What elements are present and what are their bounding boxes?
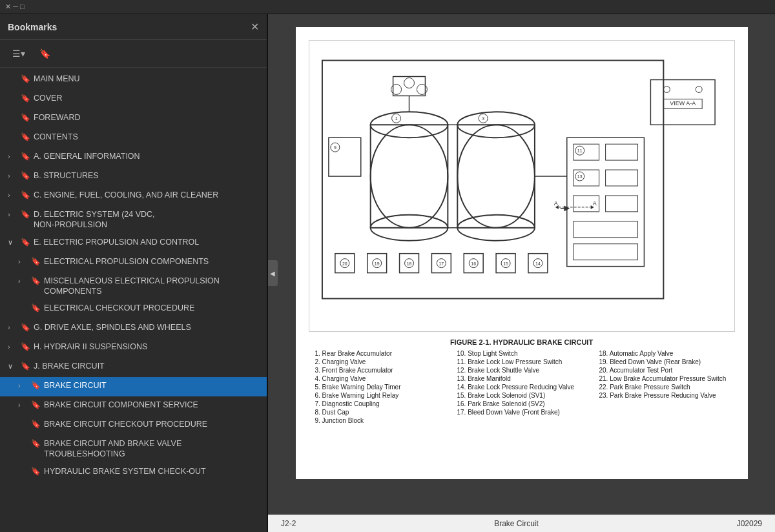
expand-icon: › bbox=[8, 210, 17, 218]
legend-item: 7. Diagnostic Coupling bbox=[315, 400, 444, 407]
collapse-sidebar-button[interactable]: ◀ bbox=[268, 260, 278, 286]
sidebar-item-label: ELECTRICAL CHECKOUT PROCEDURE bbox=[44, 303, 262, 313]
legend-col-2: 10. Stop Light Switch 11. Brake Lock Low… bbox=[457, 350, 586, 425]
svg-text:A: A bbox=[553, 200, 557, 207]
top-bar: ✕ ─ □ bbox=[0, 0, 775, 14]
svg-text:18: 18 bbox=[406, 261, 411, 266]
sidebar-item-brake-component-service[interactable]: › 🔖 BRAKE CIRCUIT COMPONENT SERVICE bbox=[0, 396, 267, 416]
legend-item: 15. Brake Lock Solenoid (SV1) bbox=[457, 392, 586, 399]
sidebar-item-main-menu[interactable]: 🔖 MAIN MENU bbox=[0, 70, 267, 90]
sidebar-item-drive-axle[interactable]: › 🔖 G. DRIVE AXLE, SPINDLES AND WHEELS bbox=[0, 319, 267, 338]
sidebar-item-label: BRAKE CIRCUIT AND BRAKE VALVETROUBLESHOO… bbox=[44, 438, 262, 460]
doc-viewer[interactable]: VIEW A-A bbox=[268, 14, 775, 515]
sidebar-item-label: MISCELLANEOUS ELECTRICAL PROPULSIONCOMPO… bbox=[44, 276, 262, 297]
svg-text:13: 13 bbox=[577, 174, 582, 179]
bookmark-icon: 🔖 bbox=[31, 276, 40, 285]
bookmark-icon: 🔖 bbox=[31, 257, 40, 266]
collapse-icon: ∨ bbox=[8, 238, 17, 247]
legend-item: 22. Park Brake Pressure Switch bbox=[599, 384, 728, 391]
svg-text:20: 20 bbox=[342, 261, 347, 266]
expand-icon: › bbox=[8, 343, 17, 351]
legend-item: 20. Accumulator Test Port bbox=[599, 367, 728, 374]
legend-item: 19. Bleed Down Valve (Rear Brake) bbox=[599, 358, 728, 365]
expand-icon: › bbox=[8, 172, 17, 179]
bookmark-icon: 🔖 bbox=[21, 132, 30, 141]
svg-text:1: 1 bbox=[395, 116, 397, 121]
bookmark-icon: 🔖 bbox=[21, 171, 30, 180]
sidebar-toolbar: ☰▾ 🔖 bbox=[0, 40, 267, 68]
content-area: ◀ bbox=[268, 14, 775, 532]
sidebar-item-hydrair[interactable]: › 🔖 H. HYDRAIR II SUSPENSIONS bbox=[0, 338, 267, 358]
sidebar-close-button[interactable]: ✕ bbox=[251, 21, 259, 33]
sidebar-item-engine[interactable]: › 🔖 C. ENGINE, FUEL, COOLING, AND AIR CL… bbox=[0, 187, 267, 206]
legend-item: 21. Low Brake Accumulator Pressure Switc… bbox=[599, 375, 728, 382]
sidebar-item-label: C. ENGINE, FUEL, COOLING, AND AIR CLEANE… bbox=[34, 190, 262, 200]
legend-item: 23. Park Brake Pressure Reducing Valve bbox=[599, 392, 728, 399]
legend-item: 5. Brake Warning Delay Timer bbox=[315, 384, 444, 391]
sidebar-item-label: FOREWARD bbox=[34, 112, 262, 123]
svg-text:16: 16 bbox=[471, 261, 476, 266]
svg-text:VIEW A-A: VIEW A-A bbox=[670, 100, 696, 107]
expand-icon: › bbox=[18, 401, 27, 409]
sidebar-list: 🔖 MAIN MENU 🔖 COVER 🔖 FOREWARD 🔖 CONTENT… bbox=[0, 68, 267, 532]
bookmark-icon: 🔖 bbox=[31, 420, 40, 429]
sidebar-item-hydraulic-checkout[interactable]: 🔖 HYDRAULIC BRAKE SYSTEM CHECK-OUT bbox=[0, 463, 267, 482]
expand-icon: › bbox=[18, 382, 27, 389]
sidebar-item-label: BRAKE CIRCUIT COMPONENT SERVICE bbox=[44, 400, 262, 410]
sidebar-item-foreward[interactable]: 🔖 FOREWARD bbox=[0, 109, 267, 128]
toolbar-bookmark-button[interactable]: 🔖 bbox=[35, 45, 55, 62]
sidebar-item-label: A. GENERAL INFORMATION bbox=[34, 151, 262, 161]
sidebar-item-brake-circuit-section[interactable]: ∨ 🔖 J. BRAKE CIRCUIT bbox=[0, 358, 267, 377]
sidebar-item-electric-system[interactable]: › 🔖 D. ELECTRIC SYSTEM (24 VDC,NON-PROPU… bbox=[0, 206, 267, 234]
sidebar-item-label: J. BRAKE CIRCUIT bbox=[34, 361, 262, 371]
sidebar-item-elec-checkout[interactable]: 🔖 ELECTRICAL CHECKOUT PROCEDURE bbox=[0, 300, 267, 319]
svg-rect-0 bbox=[309, 41, 734, 331]
sidebar-item-structures[interactable]: › 🔖 B. STRUCTURES bbox=[0, 167, 267, 187]
sidebar-item-label: B. STRUCTURES bbox=[34, 170, 262, 181]
legend-item: 9. Junction Block bbox=[315, 417, 444, 424]
sidebar-item-contents[interactable]: 🔖 CONTENTS bbox=[0, 128, 267, 148]
hydraulic-diagram: VIEW A-A bbox=[309, 41, 734, 331]
bookmark-icon: 🔖 bbox=[21, 342, 30, 351]
svg-text:9: 9 bbox=[333, 145, 336, 150]
legend-item: 8. Dust Cap bbox=[315, 409, 444, 416]
expand-icon: › bbox=[8, 152, 17, 160]
legend-item: 1. Rear Brake Accumulator bbox=[315, 350, 444, 357]
legend-col-1: 1. Rear Brake Accumulator 2. Charging Va… bbox=[315, 350, 444, 425]
sidebar-item-brake-circuit[interactable]: › 🔖 BRAKE CIRCUIT bbox=[0, 377, 267, 396]
doc-footer: J2-2 Brake Circuit J02029 bbox=[268, 515, 775, 532]
sidebar-item-brake-troubleshooting[interactable]: 🔖 BRAKE CIRCUIT AND BRAKE VALVETROUBLESH… bbox=[0, 435, 267, 463]
sidebar-item-label: BRAKE CIRCUIT bbox=[44, 380, 262, 391]
bookmark-icon: 🔖 bbox=[21, 238, 30, 247]
svg-text:3: 3 bbox=[482, 116, 484, 121]
sidebar-item-cover[interactable]: 🔖 COVER bbox=[0, 90, 267, 109]
expand-icon: › bbox=[18, 277, 27, 285]
bookmark-icon: 🔖 bbox=[31, 381, 40, 390]
bookmark-icon: 🔖 bbox=[31, 400, 40, 409]
legend-item: 18. Automatic Apply Valve bbox=[599, 350, 728, 357]
menu-icon: ☰▾ bbox=[12, 48, 25, 59]
sidebar-header: Bookmarks ✕ bbox=[0, 14, 267, 40]
sidebar-item-general-info[interactable]: › 🔖 A. GENERAL INFORMATION bbox=[0, 148, 267, 167]
sidebar-item-label: D. ELECTRIC SYSTEM (24 VDC,NON-PROPULSIO… bbox=[34, 209, 262, 230]
bookmark-icon: 🔖 bbox=[21, 362, 30, 371]
legend-item: 13. Brake Manifold bbox=[457, 375, 586, 382]
bookmark-icon: 🔖 bbox=[21, 190, 30, 200]
footer-center: Brake Circuit bbox=[494, 519, 539, 528]
legend-item: 2. Charging Valve bbox=[315, 358, 444, 365]
bookmark-icon: 🔖 bbox=[21, 94, 30, 103]
sidebar-item-elec-prop-components[interactable]: › 🔖 ELECTRICAL PROPULSION COMPONENTS bbox=[0, 253, 267, 272]
legend-item: 16. Park Brake Solenoid (SV2) bbox=[457, 400, 586, 407]
toolbar-menu-button[interactable]: ☰▾ bbox=[8, 45, 30, 62]
sidebar-item-label: COVER bbox=[34, 93, 262, 103]
sidebar-item-misc-elec[interactable]: › 🔖 MISCELLANEOUS ELECTRICAL PROPULSIONC… bbox=[0, 272, 267, 300]
legend-col-3: 18. Automatic Apply Valve 19. Bleed Down… bbox=[599, 350, 728, 425]
sidebar-item-brake-checkout[interactable]: 🔖 BRAKE CIRCUIT CHECKOUT PROCEDURE bbox=[0, 416, 267, 435]
sidebar-item-label: E. ELECTRIC PROPULSION AND CONTROL bbox=[34, 237, 262, 247]
sidebar-item-electric-propulsion[interactable]: ∨ 🔖 E. ELECTRIC PROPULSION AND CONTROL bbox=[0, 234, 267, 253]
sidebar-item-label: G. DRIVE AXLE, SPINDLES AND WHEELS bbox=[34, 322, 262, 332]
doc-page: VIEW A-A bbox=[296, 27, 748, 479]
bookmark-icon: 🔖 bbox=[21, 152, 30, 161]
bookmark-icon: 🔖 bbox=[21, 210, 30, 219]
svg-text:A: A bbox=[592, 200, 596, 207]
